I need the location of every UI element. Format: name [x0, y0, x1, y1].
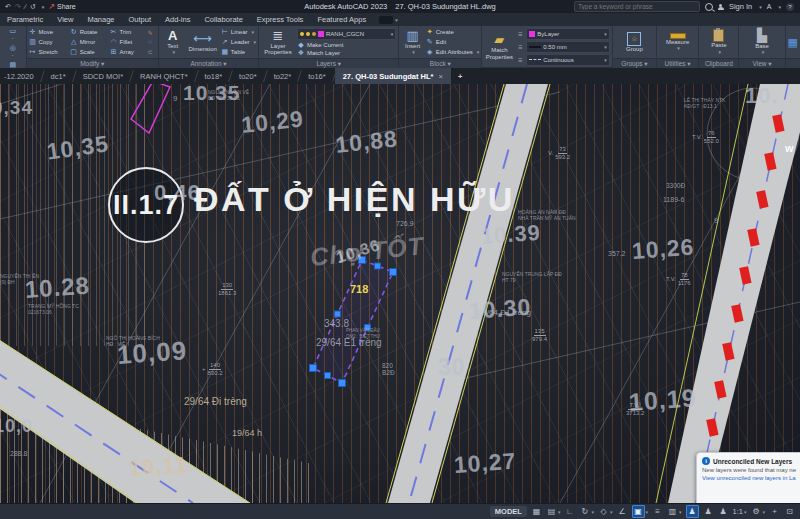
copy-button[interactable]: ▥Copy: [29, 37, 66, 47]
group-button[interactable]: ☆ Group: [626, 27, 643, 57]
offset-icon[interactable]: ⊂: [147, 48, 152, 55]
isolate-objects-icon[interactable]: ⊡: [784, 506, 795, 517]
layer-dropdown[interactable]: RANH_CGCN ▾: [297, 28, 396, 40]
match-layer-button[interactable]: ❖Match Layer: [297, 49, 396, 57]
file-tab-6[interactable]: to22*: [266, 68, 300, 84]
osnap-tracking-icon[interactable]: ∠: [617, 506, 628, 517]
transparency-dropdown-icon[interactable]: ▾: [679, 509, 682, 515]
file-tab-1[interactable]: dc1*: [43, 68, 74, 84]
ribbon-tab-collaborate[interactable]: Collaborate: [197, 13, 249, 26]
user-icon[interactable]: [718, 4, 724, 10]
lineweight-dropdown[interactable]: 0.50 mm ▾: [526, 41, 610, 53]
ribbon-tab-output[interactable]: Output: [122, 13, 159, 26]
search-icon[interactable]: [705, 3, 713, 11]
stretch-button[interactable]: ↦Stretch: [29, 47, 66, 57]
annotation-scale-button[interactable]: 1:1: [733, 507, 743, 516]
snap-dropdown-icon[interactable]: ▾: [558, 509, 561, 515]
file-tab-7[interactable]: to16*: [300, 68, 334, 84]
edit-attributes-button[interactable]: ◈Edit Attributes▾: [426, 48, 480, 56]
object-snap-icon[interactable]: ▣: [632, 505, 645, 518]
move-button[interactable]: ✛Move: [29, 27, 66, 37]
ribbon-display-dropdown-icon[interactable]: ▾: [395, 17, 398, 23]
groups-panel-label[interactable]: Groups ▾: [613, 58, 656, 68]
dimension-button[interactable]: ⟷ Dimension: [187, 27, 219, 57]
app-store-icon[interactable]: A: [767, 3, 772, 10]
file-tab-2[interactable]: SDCD MOI*: [75, 68, 131, 84]
sign-in-button[interactable]: Sign In: [729, 2, 752, 11]
layers-panel-label[interactable]: Layers ▾: [259, 58, 398, 68]
base-button[interactable]: ▙ Base▾: [755, 27, 769, 57]
annotation-panel-label[interactable]: Annotation ▾: [159, 58, 258, 68]
text-button[interactable]: A Text▾: [161, 27, 185, 57]
workspace-gear-icon[interactable]: ⚙: [750, 506, 761, 517]
mirror-button[interactable]: △Mirror: [70, 37, 106, 47]
modify-panel-label[interactable]: Modify ▾: [27, 58, 158, 68]
model-space-button[interactable]: MODEL: [490, 506, 527, 517]
rectangle-tool-icon[interactable]: ▭ ·: [9, 27, 17, 42]
notification-link[interactable]: View unreconciled new layers in La: [702, 475, 800, 481]
edit-block-button[interactable]: ✎Edit: [426, 38, 446, 46]
polar-dropdown-icon[interactable]: ▾: [591, 509, 594, 515]
ribbon-tab-parametric[interactable]: Parametric: [0, 13, 50, 26]
qat-dropdown-icon[interactable]: ▾: [42, 4, 45, 10]
ribbon-tab-view[interactable]: View: [50, 13, 80, 26]
scale-button[interactable]: ▢Scale: [70, 47, 106, 57]
line-tool-icon[interactable]: ∕: [25, 3, 26, 10]
file-tab-0[interactable]: -12.2020: [0, 68, 42, 84]
annotation-monitor-icon[interactable]: ♟: [718, 506, 729, 517]
file-tab-3[interactable]: RANH QHCT*: [132, 68, 196, 84]
search-input[interactable]: [574, 1, 700, 12]
ribbon-tab-addins[interactable]: Add-ins: [158, 13, 197, 26]
ortho-toggle-icon[interactable]: ∟: [564, 506, 575, 517]
linetype-dropdown[interactable]: Continuous ▾: [526, 54, 610, 66]
isodraft-dropdown-icon[interactable]: ▾: [610, 509, 613, 515]
ribbon-tab-featured-apps[interactable]: Featured Apps: [310, 13, 373, 26]
match-properties-button[interactable]: ▰ Match Properties: [484, 27, 514, 66]
ribbon-display-icon[interactable]: [379, 16, 393, 24]
lineweight-toggle-icon[interactable]: ≡: [652, 506, 663, 517]
array-button[interactable]: ⊞Array: [110, 47, 143, 57]
ribbon-tab-manage[interactable]: Manage: [80, 13, 121, 26]
snap-toggle-icon[interactable]: ▤: [546, 506, 557, 517]
store-dropdown-icon[interactable]: ▾: [759, 4, 762, 10]
close-tab-icon[interactable]: ×: [439, 72, 443, 81]
clipboard-panel-label[interactable]: Clipboard: [699, 58, 738, 68]
paste-button[interactable]: Paste▾: [711, 27, 726, 57]
rotate-button[interactable]: ↻Rotate: [70, 27, 106, 37]
ribbon-tab-express-tools[interactable]: Express Tools: [250, 13, 311, 26]
leader-button[interactable]: ↗Leader▾: [221, 38, 256, 46]
file-tab-active[interactable]: 27. QH-03 Sudungdat HL*×: [335, 68, 451, 84]
workspace-dropdown-icon[interactable]: ▾: [762, 509, 765, 515]
grid-toggle-icon[interactable]: ▦: [531, 506, 542, 517]
explode-icon[interactable]: ◌: [148, 39, 152, 45]
table-button[interactable]: ▦Table: [221, 48, 245, 56]
file-tab-4[interactable]: to18*: [197, 68, 231, 84]
trim-button[interactable]: ✂Trim: [110, 27, 143, 37]
a-dropdown-icon[interactable]: ▾: [778, 4, 781, 10]
measure-button[interactable]: Measure▾: [666, 27, 689, 57]
view-panel-label[interactable]: View ▾: [739, 58, 784, 68]
navigate-tool-icon[interactable]: ▦: [788, 36, 798, 49]
transparency-toggle-icon[interactable]: ▥: [667, 506, 678, 517]
osnap-dropdown-icon[interactable]: ▾: [646, 509, 649, 515]
circle-tool-icon[interactable]: ◎ ·: [9, 44, 17, 59]
customization-plus-icon[interactable]: +: [769, 506, 780, 517]
annotation-autoscale-icon[interactable]: ♟: [703, 506, 714, 517]
create-block-button[interactable]: ✦Create: [426, 28, 454, 36]
make-current-button[interactable]: ◆Make Current: [297, 41, 396, 49]
new-tab-button[interactable]: +: [451, 68, 469, 84]
insert-button[interactable]: ▥ Insert▾: [401, 27, 423, 57]
magenta-polyline[interactable]: [131, 84, 170, 133]
polar-tracking-icon[interactable]: ↻: [579, 506, 590, 517]
block-panel-label[interactable]: Block ▾: [399, 58, 481, 68]
fillet-button[interactable]: ◠Fillet: [110, 37, 143, 47]
layer-properties-button[interactable]: ≣ Layer Properties: [261, 27, 295, 57]
erase-icon[interactable]: ✎: [147, 29, 152, 36]
file-tab-5[interactable]: to20*: [231, 68, 265, 84]
undo-icon[interactable]: ↶: [5, 3, 11, 11]
share-button[interactable]: ↗Share: [48, 2, 75, 11]
annotation-visibility-icon[interactable]: ♟: [686, 505, 699, 518]
object-color-dropdown[interactable]: ByLayer ▾: [526, 28, 610, 40]
isodraft-icon[interactable]: ◇: [598, 506, 609, 517]
utilities-panel-label[interactable]: Utilities ▾: [657, 58, 698, 68]
